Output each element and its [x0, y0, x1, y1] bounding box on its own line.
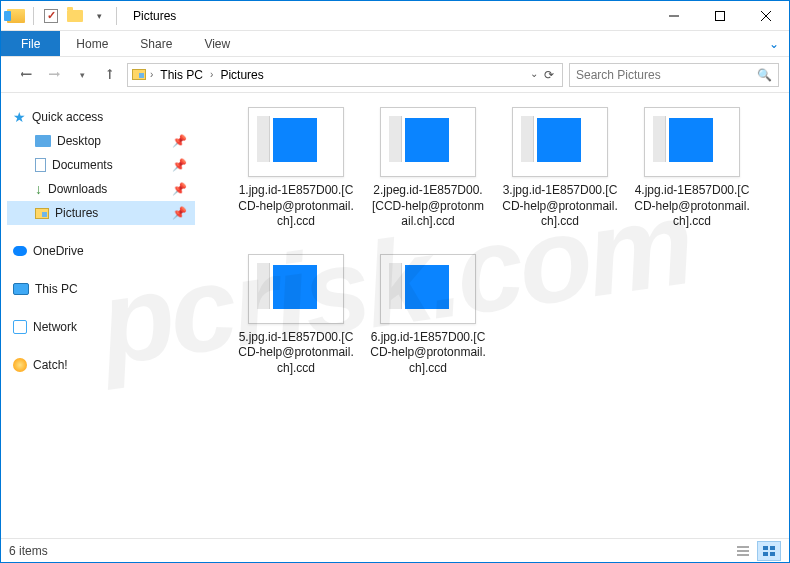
file-thumbnail: [380, 254, 476, 324]
sidebar-item-label: Documents: [52, 158, 113, 172]
file-name: 2.jpeg.id-1E857D00.[CCD-help@protonmail.…: [369, 183, 487, 230]
address-dropdown-icon[interactable]: ⌄: [530, 68, 538, 82]
window-title: Pictures: [133, 9, 176, 23]
file-thumbnail: [248, 254, 344, 324]
qat-properties-icon[interactable]: ✓: [42, 7, 60, 25]
forward-button[interactable]: 🠖: [43, 64, 65, 86]
sidebar-item-label: Quick access: [32, 110, 103, 124]
explorer-icon: [7, 7, 25, 25]
star-icon: ★: [13, 109, 26, 125]
back-button[interactable]: 🠔: [15, 64, 37, 86]
file-item[interactable]: 3.jpg.id-1E857D00.[CCD-help@protonmail.c…: [501, 107, 619, 230]
sidebar-item-label: Pictures: [55, 206, 98, 220]
sidebar-item-label: Catch!: [33, 358, 68, 372]
navigation-pane: ★ Quick access Desktop 📌 Documents 📌 ↓ D…: [1, 93, 201, 538]
icons-view-button[interactable]: [757, 541, 781, 561]
sidebar-item-label: Desktop: [57, 134, 101, 148]
sidebar-item-label: OneDrive: [33, 244, 84, 258]
search-placeholder: Search Pictures: [576, 68, 661, 82]
qat-separator: [116, 7, 117, 25]
location-icon: [132, 69, 146, 80]
file-list[interactable]: 1.jpg.id-1E857D00.[CCD-help@protonmail.c…: [201, 93, 789, 538]
sidebar-item-label: This PC: [35, 282, 78, 296]
file-tab[interactable]: File: [1, 31, 60, 56]
onedrive-icon: [13, 246, 27, 256]
file-thumbnail: [644, 107, 740, 177]
file-thumbnail: [380, 107, 476, 177]
file-thumbnail: [512, 107, 608, 177]
status-bar: 6 items: [1, 538, 789, 562]
file-name: 4.jpg.id-1E857D00.[CCD-help@protonmail.c…: [633, 183, 751, 230]
tab-share[interactable]: Share: [124, 31, 188, 56]
qat-separator: [33, 7, 34, 25]
pin-icon: 📌: [172, 158, 187, 172]
pin-icon: 📌: [172, 206, 187, 220]
file-item[interactable]: 1.jpg.id-1E857D00.[CCD-help@protonmail.c…: [237, 107, 355, 230]
file-name: 5.jpg.id-1E857D00.[CCD-help@protonmail.c…: [237, 330, 355, 377]
qat-dropdown-icon[interactable]: ▾: [90, 7, 108, 25]
details-view-button[interactable]: [731, 541, 755, 561]
file-name: 6.jpg.id-1E857D00.[CCD-help@protonmail.c…: [369, 330, 487, 377]
qat-newfolder-icon[interactable]: [66, 7, 84, 25]
minimize-button[interactable]: [651, 1, 697, 31]
file-item[interactable]: 6.jpg.id-1E857D00.[CCD-help@protonmail.c…: [369, 254, 487, 377]
title-bar: ✓ ▾ Pictures: [1, 1, 789, 31]
tab-view[interactable]: View: [188, 31, 246, 56]
catch-icon: [13, 358, 27, 372]
address-bar[interactable]: › This PC › Pictures ⌄ ⟳: [127, 63, 563, 87]
file-name: 3.jpg.id-1E857D00.[CCD-help@protonmail.c…: [501, 183, 619, 230]
pin-icon: 📌: [172, 134, 187, 148]
download-icon: ↓: [35, 181, 42, 197]
sidebar-item-pictures[interactable]: Pictures 📌: [7, 201, 195, 225]
file-thumbnail: [248, 107, 344, 177]
sidebar-item-onedrive[interactable]: OneDrive: [7, 239, 195, 263]
sidebar-item-desktop[interactable]: Desktop 📌: [7, 129, 195, 153]
network-icon: [13, 320, 27, 334]
breadcrumb[interactable]: Pictures: [217, 68, 266, 82]
file-name: 1.jpg.id-1E857D00.[CCD-help@protonmail.c…: [237, 183, 355, 230]
pin-icon: 📌: [172, 182, 187, 196]
svg-rect-1: [716, 11, 725, 20]
tab-home[interactable]: Home: [60, 31, 124, 56]
search-input[interactable]: Search Pictures 🔍: [569, 63, 779, 87]
sidebar-item-label: Network: [33, 320, 77, 334]
svg-rect-10: [770, 552, 775, 556]
close-button[interactable]: [743, 1, 789, 31]
file-item[interactable]: 5.jpg.id-1E857D00.[CCD-help@protonmail.c…: [237, 254, 355, 377]
document-icon: [35, 158, 46, 172]
up-button[interactable]: 🠕: [99, 64, 121, 86]
search-icon[interactable]: 🔍: [757, 68, 772, 82]
pc-icon: [13, 283, 29, 295]
desktop-icon: [35, 135, 51, 147]
breadcrumb[interactable]: This PC: [157, 68, 206, 82]
svg-rect-8: [770, 546, 775, 550]
refresh-icon[interactable]: ⟳: [544, 68, 554, 82]
file-item[interactable]: 4.jpg.id-1E857D00.[CCD-help@protonmail.c…: [633, 107, 751, 230]
ribbon-tabs: File Home Share View ⌄: [1, 31, 789, 57]
recent-locations-dropdown[interactable]: ▾: [71, 64, 93, 86]
file-item[interactable]: 2.jpeg.id-1E857D00.[CCD-help@protonmail.…: [369, 107, 487, 230]
sidebar-item-this-pc[interactable]: This PC: [7, 277, 195, 301]
svg-rect-7: [763, 546, 768, 550]
sidebar-item-quick-access[interactable]: ★ Quick access: [7, 105, 195, 129]
svg-rect-9: [763, 552, 768, 556]
pictures-icon: [35, 208, 49, 219]
chevron-right-icon[interactable]: ›: [150, 69, 153, 80]
chevron-right-icon[interactable]: ›: [210, 69, 213, 80]
navigation-bar: 🠔 🠖 ▾ 🠕 › This PC › Pictures ⌄ ⟳ Search …: [1, 57, 789, 93]
ribbon-expand-icon[interactable]: ⌄: [759, 31, 789, 56]
sidebar-item-label: Downloads: [48, 182, 107, 196]
sidebar-item-catch[interactable]: Catch!: [7, 353, 195, 377]
item-count: 6 items: [9, 544, 48, 558]
maximize-button[interactable]: [697, 1, 743, 31]
sidebar-item-documents[interactable]: Documents 📌: [7, 153, 195, 177]
sidebar-item-network[interactable]: Network: [7, 315, 195, 339]
sidebar-item-downloads[interactable]: ↓ Downloads 📌: [7, 177, 195, 201]
